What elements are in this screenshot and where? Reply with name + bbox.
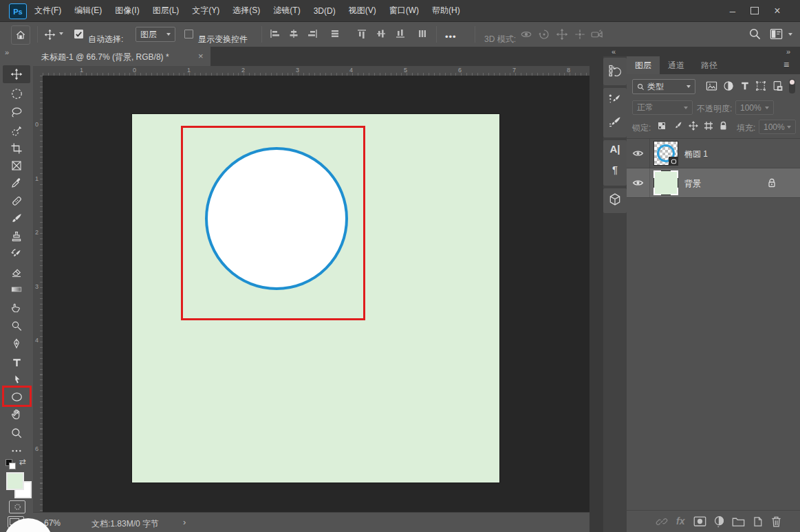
tool-dodge[interactable] [3, 317, 30, 335]
pasteboard[interactable] [43, 76, 590, 512]
home-button[interactable] [11, 25, 30, 45]
document-tab[interactable]: 未标题-1 @ 66.7% (背景, RGB/8) * × [33, 47, 210, 66]
menu-layer[interactable]: 图层(L) [153, 5, 180, 16]
move-preset-chevron-icon[interactable] [59, 32, 63, 35]
align-middle-v-icon[interactable] [376, 28, 387, 39]
tool-marquee[interactable] [3, 85, 30, 102]
menu-window[interactable]: 窗口(W) [389, 5, 419, 16]
adjustment-layer-icon[interactable] [713, 516, 725, 527]
tool-type[interactable] [3, 353, 30, 371]
delete-layer-icon[interactable] [770, 516, 782, 528]
lock-position-icon[interactable] [689, 121, 698, 131]
tab-layers[interactable]: 图层 [627, 56, 660, 74]
filter-type-icon[interactable] [739, 80, 750, 91]
tool-pen[interactable] [3, 335, 30, 353]
brush-settings-panel-icon[interactable] [608, 93, 622, 107]
menu-type[interactable]: 文字(Y) [192, 5, 219, 16]
filter-adjustment-icon[interactable] [723, 80, 734, 91]
layer-thumbnail-background[interactable] [653, 170, 678, 195]
quick-mask-icon[interactable] [9, 500, 25, 513]
tool-history-brush[interactable] [3, 245, 30, 263]
layer-lock-icon[interactable] [768, 178, 776, 188]
filter-pixel-icon[interactable] [706, 81, 717, 91]
tool-eraser[interactable] [3, 263, 30, 281]
distribute-h-icon[interactable] [329, 28, 340, 39]
add-mask-icon[interactable] [693, 516, 706, 527]
align-right-icon[interactable] [307, 28, 318, 39]
3d-panel-icon[interactable] [608, 192, 622, 206]
menu-edit[interactable]: 编辑(E) [74, 5, 102, 16]
search-icon[interactable] [748, 27, 761, 41]
menu-file[interactable]: 文件(F) [34, 5, 61, 16]
tool-move[interactable] [3, 65, 30, 83]
brushes-panel-icon[interactable] [608, 115, 622, 129]
layer-filter-dropdown[interactable]: 类型 [632, 79, 695, 94]
filter-toggle[interactable] [789, 79, 795, 93]
tool-hand[interactable] [3, 406, 30, 423]
lock-artboard-icon[interactable] [704, 121, 713, 131]
layer-name[interactable]: 背景 [684, 178, 701, 190]
tool-lasso[interactable] [3, 103, 30, 121]
visibility-eye-icon[interactable] [632, 149, 644, 157]
menu-view[interactable]: 视图(V) [349, 5, 376, 16]
lock-all-icon[interactable] [719, 121, 728, 131]
layer-thumbnail-ellipse[interactable] [653, 141, 678, 166]
visibility-eye-icon[interactable] [632, 179, 644, 187]
menu-help[interactable]: 帮助(H) [432, 5, 460, 16]
minimize-button[interactable]: – [722, 0, 743, 21]
tool-healing-brush[interactable] [3, 192, 30, 210]
tool-quick-selection[interactable] [3, 122, 30, 140]
auto-select-checkbox[interactable] [74, 30, 83, 38]
align-center-h-icon[interactable] [288, 28, 299, 39]
foreground-color-swatch[interactable] [6, 472, 24, 490]
align-left-icon[interactable] [269, 28, 280, 39]
tab-paths[interactable]: 路径 [693, 56, 726, 74]
panel-menu-icon[interactable]: ≡ [783, 59, 789, 70]
status-chevron-icon[interactable]: › [183, 517, 186, 527]
layer-name[interactable]: 椭圆 1 [684, 148, 708, 160]
menu-3d[interactable]: 3D(D) [314, 6, 336, 16]
character-panel-icon[interactable]: A| [607, 142, 623, 155]
tool-crop[interactable] [3, 140, 30, 157]
lock-transparent-icon[interactable] [657, 121, 667, 131]
history-panel-icon[interactable] [608, 64, 622, 78]
auto-select-dropdown[interactable]: 图层 [136, 27, 175, 42]
swap-colors-icon[interactable]: ⇄ [19, 457, 26, 467]
new-layer-icon[interactable] [752, 516, 764, 528]
menu-select[interactable]: 选择(S) [233, 5, 260, 16]
tool-smudge[interactable] [3, 298, 30, 316]
toolbar-expand-icon[interactable]: » [5, 48, 9, 56]
tab-close-icon[interactable]: × [198, 51, 204, 61]
tool-frame[interactable] [3, 157, 30, 175]
new-group-icon[interactable] [732, 516, 745, 527]
workspace-chevron-icon[interactable] [788, 33, 792, 36]
menu-filter[interactable]: 滤镜(T) [273, 5, 300, 16]
tool-brush[interactable] [3, 210, 30, 228]
canvas[interactable] [132, 114, 499, 483]
move-tool-preset[interactable] [43, 27, 56, 41]
layer-row-ellipse[interactable]: 椭圆 1 [627, 139, 800, 168]
filter-smart-object-icon[interactable] [772, 80, 783, 91]
show-transform-checkbox[interactable] [184, 30, 193, 38]
lock-pixels-icon[interactable] [673, 121, 682, 131]
opacity-dropdown[interactable]: 100% [735, 100, 774, 115]
blend-mode-dropdown[interactable]: 正常 [632, 100, 693, 115]
fill-dropdown[interactable]: 100% [759, 120, 796, 134]
workspace-switcher-icon[interactable] [770, 28, 783, 40]
distribute-v-icon[interactable] [417, 28, 428, 39]
filter-shape-icon[interactable] [755, 80, 766, 91]
panel-expand-icon[interactable]: » [786, 47, 790, 56]
tool-zoom[interactable] [3, 424, 30, 442]
more-options-button[interactable]: ••• [445, 32, 457, 42]
tool-eyedropper[interactable] [3, 174, 30, 192]
tab-channels[interactable]: 通道 [660, 56, 693, 74]
layer-row-background[interactable]: 背景 [627, 168, 800, 197]
link-layers-icon[interactable] [656, 516, 668, 528]
menu-image[interactable]: 图像(I) [115, 5, 139, 16]
close-button[interactable]: × [766, 0, 788, 21]
tool-gradient[interactable] [3, 280, 30, 298]
tool-clone-stamp[interactable] [3, 228, 30, 245]
align-bottom-icon[interactable] [395, 28, 406, 39]
paragraph-panel-icon[interactable]: ¶ [607, 162, 623, 176]
layer-style-fx-icon[interactable]: fx [676, 516, 684, 527]
